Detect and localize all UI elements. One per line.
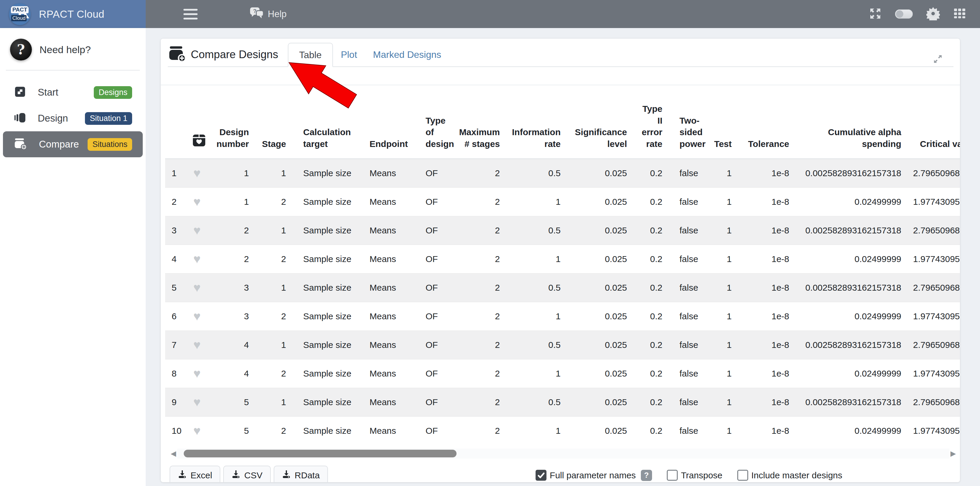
compare-designs-card: Compare Designs Table Plot Marked Design… — [161, 39, 960, 482]
table-cell-tolerance: 1e-8 — [738, 245, 795, 273]
card-header: Compare Designs Table Plot Marked Design… — [161, 43, 960, 85]
checkbox-checked-icon[interactable] — [536, 470, 546, 481]
column-header-information-rate: Information rate — [506, 90, 566, 159]
app-title: RPACT Cloud — [39, 8, 104, 20]
column-header-test: Test — [708, 90, 738, 159]
table-cell-information-rate: 0.5 — [506, 330, 566, 359]
sidebar-item-start[interactable]: Start Designs — [3, 80, 143, 105]
table-cell-type-of-design: OF — [414, 216, 453, 245]
heart-icon[interactable]: ♥ — [194, 280, 201, 295]
table-cell-tolerance: 1e-8 — [738, 187, 795, 216]
table-cell-calculation-target: Sample size — [292, 187, 358, 216]
table-cell-stage: 1 — [255, 388, 292, 416]
table-cell-stage: 2 — [255, 416, 292, 445]
heart-icon[interactable]: ♥ — [194, 366, 201, 380]
table-cell-test: 1 — [708, 302, 738, 330]
table-cell-significance-level: 0.025 — [566, 388, 633, 416]
table-cell-type-ii-error-rate: 0.2 — [633, 245, 668, 273]
table-cell-critical-value: 2.796509681465 — [907, 159, 960, 187]
compare-designs-icon — [168, 45, 186, 65]
sidebar-item-design[interactable]: Design Situation 1 — [3, 105, 143, 131]
box-heart-icon — [192, 135, 206, 147]
table-cell-calculation-target: Sample size — [292, 245, 358, 273]
scroll-right-arrow[interactable]: ▶ — [949, 449, 957, 458]
heart-icon[interactable]: ♥ — [194, 223, 201, 237]
checkbox-label: Full parameter names — [550, 470, 636, 480]
table-cell-maximum-stages: 2 — [453, 187, 506, 216]
app-logo[interactable]: R PACT Cloud — [9, 3, 31, 25]
table-cell-endpoint: Means — [358, 273, 414, 302]
checkbox-unchecked-icon[interactable] — [737, 470, 748, 481]
table-cell-test: 1 — [708, 388, 738, 416]
row-index-cell: 1 — [165, 159, 186, 187]
heart-icon[interactable]: ♥ — [194, 309, 201, 323]
table-cell-critical-value: 1.977430959442 — [907, 359, 960, 388]
table-cell-test: 1 — [708, 159, 738, 187]
heart-icon[interactable]: ♥ — [194, 252, 201, 266]
table-cell-information-rate: 0.5 — [506, 273, 566, 302]
start-icon — [14, 86, 26, 99]
scrollbar-thumb[interactable] — [184, 450, 457, 457]
heart-icon[interactable]: ♥ — [194, 338, 201, 352]
tab-table[interactable]: Table — [288, 43, 333, 67]
table-cell-maximum-stages: 2 — [453, 359, 506, 388]
row-index-cell: 10 — [165, 416, 186, 445]
table-cell-type-of-design: OF — [414, 330, 453, 359]
download-icon — [282, 470, 291, 481]
heart-icon[interactable]: ♥ — [194, 395, 201, 409]
fullscreen-icon[interactable] — [869, 7, 881, 21]
logo-cloud-text: Cloud — [11, 15, 27, 22]
column-header-stage: Stage — [255, 90, 292, 159]
table-cell-endpoint: Means — [358, 330, 414, 359]
theme-sun-icon[interactable] — [926, 7, 940, 22]
table-cell-tolerance: 1e-8 — [738, 388, 795, 416]
table-cell-maximum-stages: 2 — [453, 330, 506, 359]
table-row: 7♥41Sample sizeMeansOF20.50.0250.2false1… — [165, 330, 960, 359]
need-help-link[interactable]: ? Need help? — [0, 28, 146, 70]
help-chat-icon: ? — [250, 7, 264, 22]
table-cell-two-sided-power: false — [668, 273, 708, 302]
table-cell-tolerance: 1e-8 — [738, 416, 795, 445]
help-link[interactable]: ? Help — [250, 7, 286, 22]
export-excel-button[interactable]: Excel — [170, 466, 220, 482]
checkbox-transpose[interactable]: Transpose — [667, 470, 722, 481]
table-cell-calculation-target: Sample size — [292, 302, 358, 330]
dark-mode-toggle[interactable] — [895, 10, 913, 19]
tab-marked-designs[interactable]: Marked Designs — [365, 49, 449, 60]
table-cell-stage: 1 — [255, 273, 292, 302]
tab-plot[interactable]: Plot — [333, 49, 365, 60]
table-cell-stage: 1 — [255, 216, 292, 245]
table-cell-cumulative-alpha-spending: 0.02499999 — [795, 416, 907, 445]
card-expand-icon[interactable] — [932, 53, 943, 66]
table-cell-type-ii-error-rate: 0.2 — [633, 359, 668, 388]
sidebar-item-compare[interactable]: Compare Situations — [3, 131, 143, 157]
row-index-cell: 7 — [165, 330, 186, 359]
table-cell-tolerance: 1e-8 — [738, 330, 795, 359]
heart-icon[interactable]: ♥ — [194, 424, 201, 438]
table-cell-design-number: 5 — [208, 416, 255, 445]
checkbox-full-parameter-names[interactable]: Full parameter names ? — [536, 470, 652, 481]
compare-icon — [14, 137, 27, 151]
situations-badge: Situations — [88, 138, 132, 151]
checkbox-unchecked-icon[interactable] — [667, 470, 678, 481]
table-cell-test: 1 — [708, 416, 738, 445]
main-content: Compare Designs Table Plot Marked Design… — [146, 28, 980, 486]
table-cell-tolerance: 1e-8 — [738, 159, 795, 187]
designs-table-container: Design numberStageCalculation targetEndp… — [165, 90, 960, 445]
heart-icon[interactable]: ♥ — [194, 166, 201, 180]
scroll-left-arrow[interactable]: ◀ — [170, 449, 177, 458]
sidebar-toggle-icon[interactable] — [183, 9, 197, 19]
export-csv-button[interactable]: CSV — [223, 466, 271, 482]
checkbox-include-master-designs[interactable]: Include master designs — [737, 470, 843, 481]
apps-grid-icon[interactable] — [953, 7, 966, 21]
table-cell-critical-value: 1.977430959442 — [907, 245, 960, 273]
horizontal-scrollbar[interactable]: ◀ ▶ — [170, 449, 957, 459]
table-row: 5♥31Sample sizeMeansOF20.50.0250.2false1… — [165, 273, 960, 302]
table-cell-tolerance: 1e-8 — [738, 302, 795, 330]
table-cell-calculation-target: Sample size — [292, 359, 358, 388]
parameter-names-help-badge[interactable]: ? — [641, 470, 652, 481]
heart-icon[interactable]: ♥ — [194, 195, 201, 209]
table-cell-cumulative-alpha-spending: 0.02499999 — [795, 302, 907, 330]
scrollbar-track[interactable] — [177, 449, 949, 459]
export-rdata-button[interactable]: RData — [274, 466, 328, 482]
